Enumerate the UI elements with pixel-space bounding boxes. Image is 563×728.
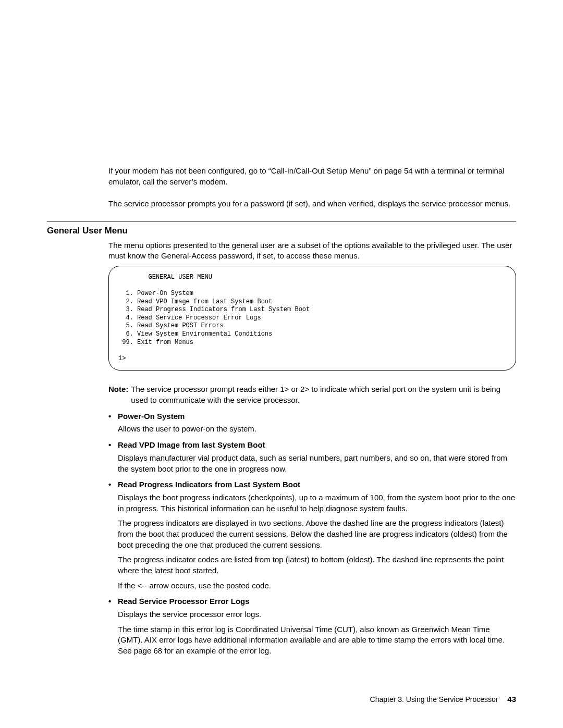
- bullet-item: • Read VPD Image from last System Boot D…: [108, 440, 516, 474]
- footer-page-number: 43: [507, 695, 516, 704]
- bullet-head: • Read Progress Indicators from Last Sys…: [108, 479, 516, 490]
- bullet-paragraph: If the <-- arrow occurs, use the posted …: [118, 581, 516, 591]
- bullet-item: • Read Progress Indicators from Last Sys…: [108, 479, 516, 591]
- bullet-item: • Power-On System Allows the user to pow…: [108, 411, 516, 435]
- footer-chapter: Chapter 3. Using the Service Processor: [370, 695, 498, 704]
- intro-paragraph-1: If your modem has not been configured, g…: [108, 166, 516, 187]
- bullet-head: • Read VPD Image from last System Boot: [108, 440, 516, 451]
- bullet-paragraph: Displays manufacturer vial product data,…: [118, 453, 516, 474]
- section-intro: The menu options presented to the genera…: [108, 240, 516, 262]
- section-body: The menu options presented to the genera…: [108, 240, 516, 657]
- bullet-dot: •: [108, 596, 118, 607]
- bullet-item: • Read Service Processor Error Logs Disp…: [108, 596, 516, 656]
- bullet-title: Read Progress Indicators from Last Syste…: [118, 479, 300, 490]
- bullet-title: Power-On System: [118, 411, 185, 422]
- bullet-dot: •: [108, 440, 118, 451]
- bullet-head: • Power-On System: [108, 411, 516, 422]
- bullet-dot: •: [108, 479, 118, 490]
- bullet-body: Displays manufacturer vial product data,…: [118, 453, 516, 474]
- bullet-body: Displays the service processor error log…: [118, 609, 516, 657]
- bullet-paragraph: The time stamp in this error log is Coor…: [118, 624, 516, 657]
- menu-screen: GENERAL USER MENU 1. Power-On System 2. …: [108, 266, 516, 371]
- bullet-title: Read Service Processor Error Logs: [118, 596, 250, 607]
- section-title: General User Menu: [47, 225, 516, 237]
- bullet-dot: •: [108, 411, 118, 422]
- bullet-paragraph: Allows the user to power-on the system.: [118, 424, 516, 435]
- intro-paragraph-2: The service processor prompts you for a …: [108, 199, 516, 209]
- note: Note: The service processor prompt reads…: [108, 384, 516, 405]
- bullet-head: • Read Service Processor Error Logs: [108, 596, 516, 607]
- intro-block: If your modem has not been configured, g…: [108, 166, 516, 209]
- page: If your modem has not been configured, g…: [0, 0, 563, 728]
- bullet-paragraph: The progress indicators are displayed in…: [118, 518, 516, 550]
- bullet-paragraph: Displays the service processor error log…: [118, 609, 516, 620]
- bullet-paragraph: Displays the boot progress indicators (c…: [118, 492, 516, 514]
- note-label: Note:: [108, 384, 128, 405]
- bullet-paragraph: The progress indicator codes are listed …: [118, 554, 516, 576]
- bullet-list: • Power-On System Allows the user to pow…: [108, 411, 516, 657]
- bullet-body: Allows the user to power-on the system.: [118, 424, 516, 435]
- page-footer: Chapter 3. Using the Service Processor 4…: [47, 694, 516, 705]
- bullet-body: Displays the boot progress indicators (c…: [118, 492, 516, 591]
- section-divider: [47, 221, 516, 221]
- bullet-title: Read VPD Image from last System Boot: [118, 440, 265, 451]
- note-text: The service processor prompt reads eithe…: [131, 384, 516, 405]
